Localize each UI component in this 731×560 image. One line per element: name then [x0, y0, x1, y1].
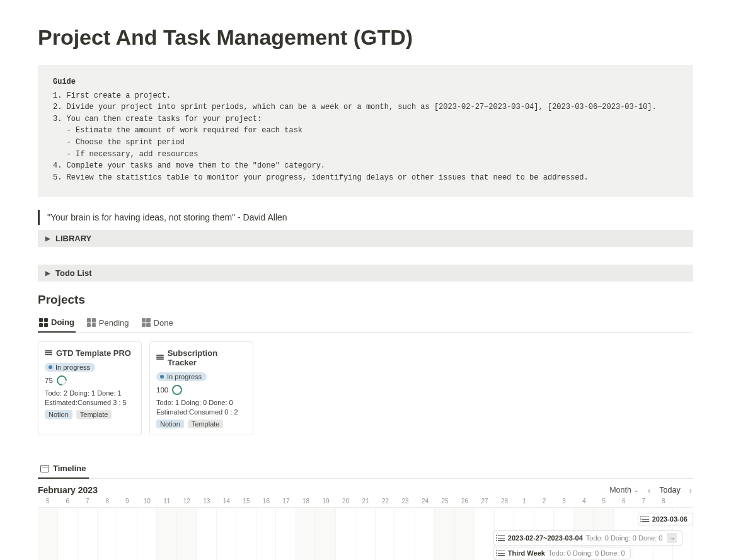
- gallery-icon: [39, 318, 48, 327]
- day-header-row: 5 6 7 8 9 10 11 12 13 14 15 16 17 18 19 …: [38, 498, 693, 508]
- toggle-todo-list[interactable]: ▶ Todo List: [38, 265, 693, 282]
- guide-callout: Guide 1. First create a project. 2. Divi…: [38, 65, 693, 197]
- timeline-bar[interactable]: 2023-03-06: [638, 513, 693, 525]
- tag-notion: Notion: [45, 410, 72, 419]
- project-card[interactable]: Subscription Tracker In progress 100 Tod…: [149, 341, 253, 435]
- arrow-right-icon[interactable]: →: [667, 533, 677, 543]
- timeline-grid: 5 6 7 8 9 10 11 12 13 14 15 16 17 18 19 …: [38, 498, 693, 560]
- gallery-icon: [142, 318, 151, 327]
- project-card[interactable]: GTD Template PRO In progress 75 Todo: 2 …: [38, 341, 142, 435]
- tab-done-label: Done: [154, 318, 173, 328]
- tag-template: Template: [76, 410, 112, 419]
- quote-block: "Your brain is for having ideas, not sto…: [38, 210, 693, 225]
- tag-notion: Notion: [156, 420, 184, 428]
- page-icon: [45, 350, 52, 357]
- card-title: Subscription Tracker: [168, 348, 246, 367]
- status-dot-icon: [160, 375, 164, 379]
- toggle-todo-label: Todo List: [55, 268, 92, 278]
- progress-value: 100: [156, 386, 168, 394]
- timeline-bar[interactable]: Third Week Todo: 0 Doing: 0 Done: 0: [493, 547, 631, 559]
- projects-tabs: Doing Pending Done: [38, 314, 693, 333]
- tab-doing[interactable]: Doing: [38, 314, 76, 333]
- card-counts: Todo: 1 Doing: 0 Done: 0: [156, 399, 246, 406]
- list-icon: [642, 517, 649, 522]
- guide-step-4: 4. Complete your tasks and move them to …: [53, 160, 678, 172]
- bar-meta: Todo: 0 Doing: 0 Done: 0: [586, 534, 663, 542]
- tab-timeline-label: Timeline: [53, 464, 86, 473]
- list-icon: [498, 535, 505, 541]
- guide-step-3a: - Estimate the amount of work required f…: [53, 125, 678, 137]
- prev-button[interactable]: ‹: [647, 486, 652, 495]
- bar-title: Third Week: [508, 549, 545, 557]
- bar-meta: Todo: 0 Doing: 0 Done: 0: [548, 549, 625, 557]
- status-dot-icon: [49, 365, 52, 369]
- page-title: Project And Task Management (GTD): [38, 25, 693, 50]
- tag-template: Template: [188, 420, 224, 428]
- gallery-icon: [87, 318, 96, 327]
- guide-heading: Guide: [53, 76, 678, 88]
- status-badge: In progress: [45, 363, 95, 372]
- timeline-tabs: Timeline: [38, 460, 693, 479]
- guide-step-3c: - If necessary, add resources: [53, 149, 678, 161]
- projects-heading: Projects: [38, 293, 693, 307]
- page-icon: [156, 355, 164, 361]
- chevron-down-icon: ⌄: [634, 487, 639, 493]
- guide-step-3: 3. You can then create tasks for your pr…: [53, 113, 678, 125]
- tab-doing-label: Doing: [51, 317, 74, 327]
- today-button[interactable]: Today: [659, 486, 680, 494]
- progress-value: 75: [45, 377, 53, 384]
- tab-pending-label: Pending: [99, 318, 129, 328]
- next-button[interactable]: ›: [688, 486, 693, 495]
- progress-ring-icon: [172, 385, 182, 395]
- guide-step-1: 1. First create a project.: [53, 90, 678, 102]
- guide-step-5: 5. Review the statistics table to monito…: [53, 172, 678, 184]
- card-estimated: Estimated:Consumed 0 : 2: [156, 408, 246, 416]
- tab-done[interactable]: Done: [141, 314, 175, 332]
- tab-pending[interactable]: Pending: [86, 314, 130, 332]
- timeline-bar[interactable]: 2023-02-27~2023-03-04 Todo: 0 Doing: 0 D…: [493, 530, 683, 546]
- status-badge: In progress: [156, 372, 207, 381]
- list-icon: [498, 551, 505, 556]
- bar-title: 2023-02-27~2023-03-04: [508, 534, 583, 542]
- guide-step-2: 2. Divide your project into sprint perio…: [53, 101, 678, 113]
- guide-step-3b: - Choose the sprint period: [53, 137, 678, 149]
- bar-title: 2023-03-06: [652, 515, 688, 523]
- chevron-right-icon: ▶: [45, 270, 50, 277]
- toggle-library[interactable]: ▶ LIBRARY: [38, 230, 693, 247]
- card-title: GTD Template PRO: [56, 348, 131, 358]
- timeline-controls: Month ⌄ ‹ Today ›: [609, 486, 693, 495]
- progress-ring-icon: [54, 374, 69, 388]
- card-estimated: Estimated:Consumed 3 : 5: [45, 399, 135, 406]
- project-cards: GTD Template PRO In progress 75 Todo: 2 …: [38, 341, 693, 435]
- toggle-library-label: LIBRARY: [55, 234, 91, 243]
- timeline-month-label: February 2023: [38, 485, 98, 495]
- card-counts: Todo: 2 Doing: 1 Done: 1: [45, 389, 135, 397]
- tab-timeline[interactable]: Timeline: [38, 460, 89, 479]
- timeline-icon: [40, 465, 49, 472]
- chevron-right-icon: ▶: [45, 235, 50, 242]
- range-selector[interactable]: Month ⌄: [609, 486, 639, 494]
